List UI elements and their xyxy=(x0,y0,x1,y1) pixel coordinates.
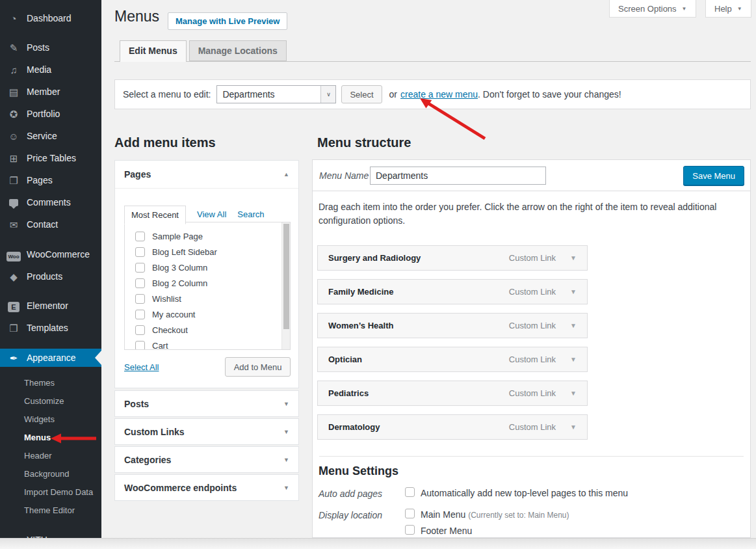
screen-options-button[interactable]: Screen Options ▼ xyxy=(609,0,696,18)
page-checkbox[interactable] xyxy=(135,278,145,288)
screen-options-label: Screen Options xyxy=(618,4,677,14)
sidebar-item-label: Service xyxy=(27,131,57,141)
select-all-link[interactable]: Select All xyxy=(124,362,159,372)
main-menu-checkbox[interactable] xyxy=(405,509,415,518)
submenu-item-themes[interactable]: Themes xyxy=(0,374,101,392)
elementor-badge: E xyxy=(8,302,19,312)
tab-manage-locations[interactable]: Manage Locations xyxy=(189,40,287,61)
page-checkbox[interactable] xyxy=(135,263,145,273)
sidebar-item-label: WooCommerce xyxy=(27,249,90,260)
submenu-item-import-demo-data[interactable]: Import Demo Data xyxy=(0,483,101,502)
sidebar-item-member[interactable]: ▤ Member xyxy=(0,81,101,103)
add-to-menu-button[interactable]: Add to Menu xyxy=(225,357,291,377)
menu-item-family-medicine[interactable]: Family Medicine Custom Link ▼ xyxy=(317,279,588,304)
submenu-item-header[interactable]: Header xyxy=(0,447,101,465)
sidebar-item-woocommerce[interactable]: Woo WooCommerce xyxy=(0,243,101,265)
tab-edit-menus[interactable]: Edit Menus xyxy=(120,40,187,62)
submenu-item-menus[interactable]: Menus xyxy=(0,429,101,447)
sidebar-item-comments[interactable]: Comments xyxy=(0,191,101,213)
sidebar-spacer xyxy=(0,524,101,529)
sidebar-item-portfolio[interactable]: ✪ Portfolio xyxy=(0,103,101,125)
item-expand-arrow-icon[interactable]: ▼ xyxy=(570,288,577,295)
menu-item-surgery-and-radiology[interactable]: Surgery and Radiology Custom Link ▼ xyxy=(317,245,588,271)
sidebar-item-pages[interactable]: ❐ Pages xyxy=(0,169,101,191)
save-menu-button[interactable]: Save Menu xyxy=(683,166,744,185)
settings-divider xyxy=(319,456,744,457)
posts-icon: ✎ xyxy=(7,43,21,53)
item-expand-arrow-icon[interactable]: ▼ xyxy=(570,254,577,261)
create-new-menu-link[interactable]: create a new menu xyxy=(400,89,478,100)
expand-arrow-icon: ▼ xyxy=(283,429,289,435)
menu-item-womens-health[interactable]: Women’s Health Custom Link ▼ xyxy=(317,313,588,338)
scrollbar-thumb[interactable] xyxy=(283,224,289,329)
manage-live-preview-button[interactable]: Manage with Live Preview xyxy=(168,12,287,30)
main-menu-label: Main Menu xyxy=(421,509,465,520)
menu-name-input[interactable] xyxy=(370,167,546,185)
menu-item-pediatrics[interactable]: Pediatrics Custom Link ▼ xyxy=(317,381,588,406)
accordion-posts[interactable]: Posts ▼ xyxy=(114,390,299,417)
accordion-woocommerce-endpoints[interactable]: WooCommerce endpoints ▼ xyxy=(114,474,299,501)
menu-item-title: Women’s Health xyxy=(328,321,509,330)
sidebar-item-appearance[interactable]: ✒ Appearance xyxy=(0,349,101,367)
item-expand-arrow-icon[interactable]: ▼ xyxy=(570,356,577,363)
page-checkbox[interactable] xyxy=(135,341,145,351)
item-expand-arrow-icon[interactable]: ▼ xyxy=(570,390,577,397)
tab-view-all[interactable]: View All xyxy=(197,209,226,219)
chevron-down-icon: ▼ xyxy=(737,6,742,12)
sidebar-item-elementor[interactable]: E Elementor xyxy=(0,295,101,317)
sidebar-item-dashboard[interactable]: ◔ Dashboard xyxy=(0,7,101,29)
elementor-icon: E xyxy=(7,301,21,311)
item-expand-arrow-icon[interactable]: ▼ xyxy=(570,322,577,329)
menu-item-type: Custom Link xyxy=(509,253,556,263)
menu-item-optician[interactable]: Optician Custom Link ▼ xyxy=(317,347,588,372)
help-button[interactable]: Help ▼ xyxy=(705,0,751,18)
sidebar-item-media[interactable]: ♫ Media xyxy=(0,59,101,81)
item-expand-arrow-icon[interactable]: ▼ xyxy=(570,423,577,431)
sidebar-item-posts[interactable]: ✎ Posts xyxy=(0,36,101,59)
page-checkbox[interactable] xyxy=(135,247,145,257)
sidebar-item-label: Dashboard xyxy=(27,13,72,23)
sidebar-item-label: Comments xyxy=(27,197,71,208)
select-button[interactable]: Select xyxy=(341,85,382,103)
pages-panel-title: Pages xyxy=(124,169,151,180)
auto-add-pages-checkbox[interactable] xyxy=(405,487,415,497)
submenu-item-background[interactable]: Background xyxy=(0,465,101,483)
menu-structure-heading: Menu structure xyxy=(317,135,411,150)
menu-name-row: Menu Name Save Menu xyxy=(313,160,750,191)
page-checkbox[interactable] xyxy=(135,325,145,335)
sidebar-item-products[interactable]: ◆ Products xyxy=(0,265,101,288)
list-item: Blog 2 Column xyxy=(135,275,290,291)
sidebar-item-yith[interactable]: y YITH xyxy=(0,529,101,538)
footer-menu-checkbox[interactable] xyxy=(405,525,415,535)
submenu-item-customize[interactable]: Customize xyxy=(0,392,101,410)
collapse-arrow-icon[interactable]: ▲ xyxy=(283,171,289,178)
comments-icon xyxy=(7,198,21,208)
menu-structure-panel: Menu Name Save Menu Drag each item into … xyxy=(312,159,751,538)
tab-most-recent[interactable]: Most Recent xyxy=(124,206,186,224)
sidebar-item-service[interactable]: ☺ Service xyxy=(0,125,101,147)
list-scrollbar[interactable] xyxy=(281,222,290,349)
menu-item-title: Optician xyxy=(328,355,509,364)
accordion-categories[interactable]: Categories ▼ xyxy=(114,446,299,473)
accordion-custom-links[interactable]: Custom Links ▼ xyxy=(114,418,299,445)
selected-menu-value: Departments xyxy=(217,86,320,103)
tab-search[interactable]: Search xyxy=(237,209,264,219)
sidebar-item-price-tables[interactable]: ⊞ Price Tables xyxy=(0,147,101,169)
page-checkbox[interactable] xyxy=(135,310,145,319)
pages-panel-header[interactable]: Pages ▲ xyxy=(115,161,298,189)
templates-icon: ❒ xyxy=(7,323,21,333)
sidebar-item-templates[interactable]: ❒ Templates xyxy=(0,317,101,339)
sidebar-item-contact[interactable]: ✉ Contact xyxy=(0,213,101,235)
page-checkbox[interactable] xyxy=(135,232,145,241)
sidebar-item-label: Posts xyxy=(27,42,49,53)
accordion-title: Categories xyxy=(124,455,171,465)
menu-item-dermatology[interactable]: Dermatology Custom Link ▼ xyxy=(317,414,588,440)
menu-items-list: Surgery and Radiology Custom Link ▼ Fami… xyxy=(317,245,588,448)
page-checkbox[interactable] xyxy=(135,294,145,304)
menu-select-dropdown[interactable]: Departments ∨ xyxy=(216,85,336,103)
media-icon: ♫ xyxy=(7,65,21,75)
page-label: Wishlist xyxy=(152,294,181,304)
menu-select-bar: Select a menu to edit: Departments ∨ Sel… xyxy=(114,79,751,109)
submenu-item-widgets[interactable]: Widgets xyxy=(0,410,101,429)
submenu-item-theme-editor[interactable]: Theme Editor xyxy=(0,502,101,520)
